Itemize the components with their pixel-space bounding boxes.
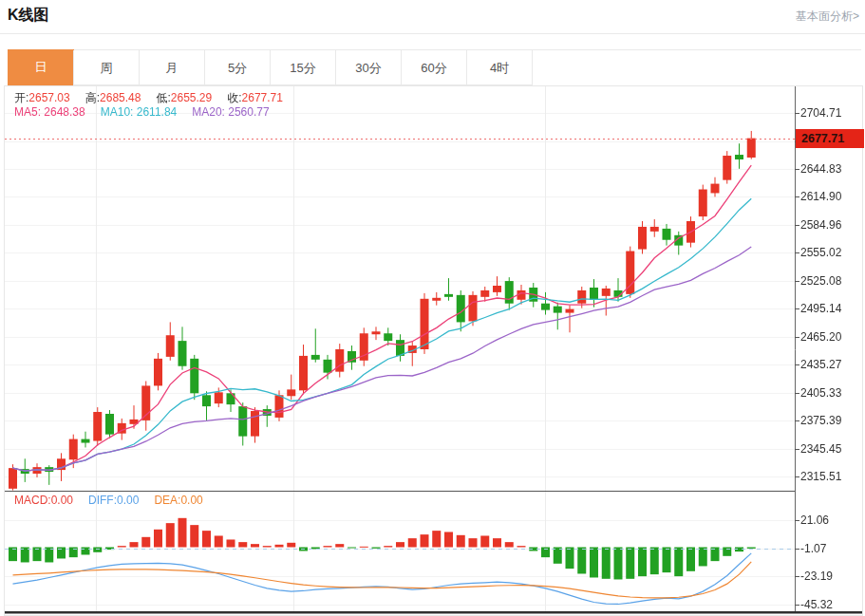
kline-chart-canvas[interactable]: [5, 86, 862, 615]
info-item: MA10: 2611.84: [101, 105, 178, 119]
info-item: DEA:0.00: [154, 494, 202, 507]
info-item: MACD:0.00: [14, 494, 73, 507]
tab-30分[interactable]: 30分: [335, 50, 402, 85]
page-title: K线图: [8, 6, 49, 26]
y-axis-tick-label: 21.06: [800, 513, 829, 527]
y-axis-tick-label: 2644.83: [800, 162, 841, 176]
tab-60分[interactable]: 60分: [401, 50, 467, 85]
header-divider: [0, 33, 865, 34]
y-axis-tick-label: 2614.90: [800, 190, 841, 203]
info-item: 高:2685.48: [85, 91, 141, 104]
info-item: MA5: 2648.38: [14, 105, 85, 119]
ma-info-row: MA5: 2648.38MA10: 2611.84MA20: 2560.77: [14, 105, 285, 119]
info-item: 收:2677.71: [227, 91, 283, 104]
y-axis-tick-label: -1.07: [800, 542, 826, 555]
info-item: 开:2657.03: [14, 91, 70, 104]
macd-info-row: MACD:0.00DIFF:0.00DEA:0.00: [14, 494, 218, 507]
tab-周[interactable]: 周: [73, 50, 140, 85]
ohlc-info-row: 开:2657.03高:2685.48低:2655.29收:2677.71: [14, 90, 298, 106]
tab-4时[interactable]: 4时: [466, 50, 533, 85]
y-axis-tick-label: 2375.39: [800, 414, 841, 427]
y-axis-tick-label: 2555.02: [800, 246, 841, 259]
period-tab-bar: 日周月5分15分30分60分4时: [8, 49, 861, 85]
y-axis-tick-label: -45.32: [800, 598, 833, 611]
chart-container: 开:2657.03高:2685.48低:2655.29收:2677.71 MA5…: [4, 85, 863, 616]
y-axis-tick-label: 2584.96: [800, 218, 841, 232]
y-axis-tick-label: 2315.51: [800, 470, 841, 483]
kline-widget: K线图 基本面分析> 日周月5分15分30分60分4时 开:2657.03高:2…: [0, 0, 865, 616]
tab-月[interactable]: 月: [139, 50, 205, 85]
y-axis-tick-label: 2345.45: [800, 442, 841, 456]
current-price-tag: 2677.71: [796, 129, 864, 148]
y-axis-tick-label: 2405.33: [800, 386, 841, 400]
y-axis-tick-label: -23.19: [800, 569, 833, 583]
fundamental-analysis-link[interactable]: 基本面分析>: [796, 9, 859, 25]
info-item: MA20: 2560.77: [192, 105, 269, 119]
tab-15分[interactable]: 15分: [270, 50, 336, 85]
tab-日[interactable]: 日: [8, 49, 74, 85]
tab-5分[interactable]: 5分: [204, 50, 271, 85]
y-axis-tick-label: 2495.14: [800, 302, 841, 315]
y-axis-tick-label: 2435.27: [800, 358, 841, 371]
info-item: 低:2655.29: [156, 91, 212, 104]
y-axis-tick-label: 2465.20: [800, 330, 841, 344]
y-axis-tick-label: 2525.08: [800, 274, 841, 288]
y-axis-tick-label: 2704.71: [800, 106, 841, 120]
info-item: DIFF:0.00: [88, 494, 139, 507]
